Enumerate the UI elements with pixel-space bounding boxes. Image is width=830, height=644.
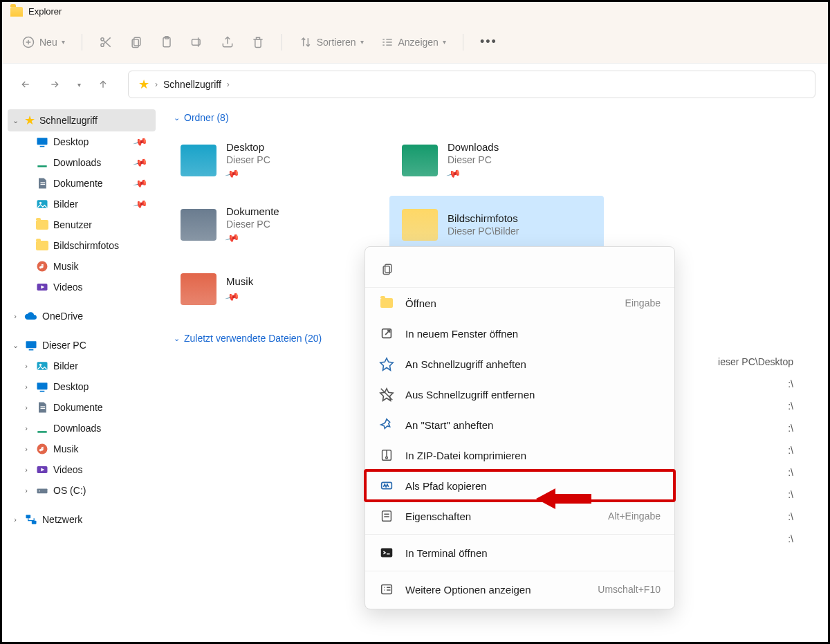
path: :\ [788, 511, 793, 522]
folder-icon [379, 295, 394, 311]
svg-rect-23 [41, 184, 46, 185]
sidebar-onedrive[interactable]: › OneDrive [8, 306, 156, 326]
chevron-down-icon: ▾ [360, 38, 364, 46]
more-button[interactable]: ••• [473, 30, 504, 53]
path: ieser PC\Desktop [718, 356, 793, 367]
folder-card[interactable]: Bildschirmfotos Dieser PC\Bilder [389, 196, 604, 253]
sidebar-item[interactable]: ›Desktop [8, 376, 156, 397]
context-menu: Öffnen Eingabe In neuem Fenster öffnen A… [365, 246, 675, 609]
sidebar-item[interactable]: Videos [8, 277, 156, 297]
sidebar-item[interactable]: ›Videos [8, 459, 156, 480]
context-menu-item[interactable]: Weitere Optionen anzeigen Umschalt+F10 [365, 574, 674, 605]
sidebar-quick-access[interactable]: ⌄ ★ Schnellzugriff [8, 109, 156, 131]
path: :\ [788, 489, 793, 500]
folder-name: Downloads [448, 141, 499, 153]
forward-button[interactable] [44, 73, 66, 95]
context-menu-item[interactable]: Als Pfad kopieren [365, 470, 674, 501]
copy-button[interactable] [122, 31, 150, 53]
label: Desktop [53, 381, 153, 392]
svg-point-42 [39, 490, 40, 492]
sidebar-item[interactable]: ›Dokumente [8, 397, 156, 418]
path: :\ [788, 445, 793, 456]
sidebar-network[interactable]: › Netzwerk [8, 509, 156, 530]
label: Weitere Optionen anzeigen [405, 584, 587, 596]
folder-card[interactable]: Dokumente Dieser PC 📌 [168, 196, 382, 253]
separator [365, 534, 674, 535]
ellipsis-icon: ••• [480, 35, 497, 49]
folder-name: Dokumente [226, 205, 279, 217]
paste-button[interactable] [153, 31, 181, 53]
rename-button[interactable] [183, 31, 211, 53]
svg-point-3 [101, 37, 104, 40]
svg-rect-21 [37, 165, 46, 167]
context-menu-item[interactable]: In ZIP-Datei komprimieren [365, 440, 674, 470]
sidebar-item[interactable]: ›Bilder [8, 356, 156, 376]
context-menu-item[interactable]: In Terminal öffnen [365, 537, 674, 568]
picture-icon [35, 197, 49, 211]
svg-rect-58 [381, 549, 393, 558]
sidebar-item[interactable]: Musik [8, 256, 156, 277]
folder-card[interactable]: Downloads Dieser PC 📌 [389, 131, 604, 189]
sort-button[interactable]: Sortieren ▾ [292, 31, 371, 53]
context-menu-top-row [365, 251, 674, 288]
label: Dokumente [53, 178, 130, 189]
sort-label: Sortieren [317, 37, 356, 48]
breadcrumb[interactable]: ★ › Schnellzugriff › [128, 71, 815, 98]
sidebar-this-pc[interactable]: ⌄ Dieser PC [8, 335, 156, 356]
folder-location: Dieser PC [226, 219, 279, 230]
path: :\ [788, 401, 793, 412]
recent-dropdown[interactable]: ▾ [73, 73, 85, 95]
svg-marker-48 [380, 358, 393, 370]
document-icon [35, 176, 49, 190]
divider [282, 34, 282, 50]
sidebar-item[interactable]: Benutzer [8, 214, 156, 235]
svg-rect-55 [382, 511, 391, 522]
sidebar-item[interactable]: ›Downloads [8, 418, 156, 439]
address-bar: ▾ ★ › Schnellzugriff › [2, 64, 828, 105]
svg-rect-60 [382, 585, 392, 594]
context-menu-item[interactable]: Aus Schnellzugriff entfernen [365, 379, 674, 410]
label: Ordner (8) [184, 112, 229, 123]
annotation-arrow [536, 485, 591, 515]
sidebar-item[interactable]: Downloads📌 [8, 152, 156, 173]
up-button[interactable] [92, 73, 114, 95]
sidebar-item[interactable]: Bildschirmfotos [8, 235, 156, 256]
back-button[interactable] [15, 73, 37, 95]
svg-rect-41 [37, 489, 48, 494]
chevron-right-icon: › [155, 80, 158, 89]
context-menu-item[interactable]: Eigenschaften Alt+Eingabe [365, 501, 674, 531]
context-menu-item[interactable]: An Schnellzugriff anheften [365, 349, 674, 379]
breadcrumb-root: Schnellzugriff [163, 79, 221, 90]
chevron-down-icon: ⌄ [10, 341, 20, 350]
cut-button[interactable] [92, 31, 120, 53]
svg-rect-19 [37, 138, 48, 145]
sidebar-item[interactable]: ›OS (C:) [8, 480, 156, 501]
pin-icon: 📌 [132, 155, 148, 170]
copy-button[interactable] [375, 257, 400, 282]
svg-rect-34 [40, 391, 45, 392]
delete-button[interactable] [244, 31, 272, 53]
context-menu-item[interactable]: Öffnen Eingabe [365, 288, 674, 318]
view-button[interactable]: Anzeigen ▾ [374, 31, 453, 53]
label: Bilder [53, 199, 130, 210]
label: Downloads [53, 423, 153, 434]
chevron-right-icon: › [21, 403, 31, 412]
folder-card[interactable]: Musik 📌 [168, 260, 382, 318]
video-icon [35, 463, 49, 477]
new-button[interactable]: Neu ▾ [15, 31, 72, 53]
context-menu-item[interactable]: In neuem Fenster öffnen [365, 318, 674, 349]
sidebar-item[interactable]: Bilder📌 [8, 194, 156, 214]
cloud-icon [24, 309, 38, 323]
sidebar-item[interactable]: ›Musik [8, 439, 156, 459]
props-icon [379, 508, 394, 524]
context-menu-item[interactable]: An "Start" anheften [365, 410, 674, 440]
pin-icon [379, 417, 394, 432]
document-icon [35, 401, 49, 414]
folder-card[interactable]: Desktop Dieser PC 📌 [168, 131, 382, 189]
shortcut: Umschalt+F10 [598, 584, 661, 595]
share-button[interactable] [214, 31, 241, 53]
folders-section-header[interactable]: ⌄ Ordner (8) [168, 109, 821, 126]
sidebar-item[interactable]: Dokumente📌 [8, 173, 156, 194]
label: Downloads [53, 157, 130, 168]
sidebar-item[interactable]: Desktop📌 [8, 131, 156, 152]
